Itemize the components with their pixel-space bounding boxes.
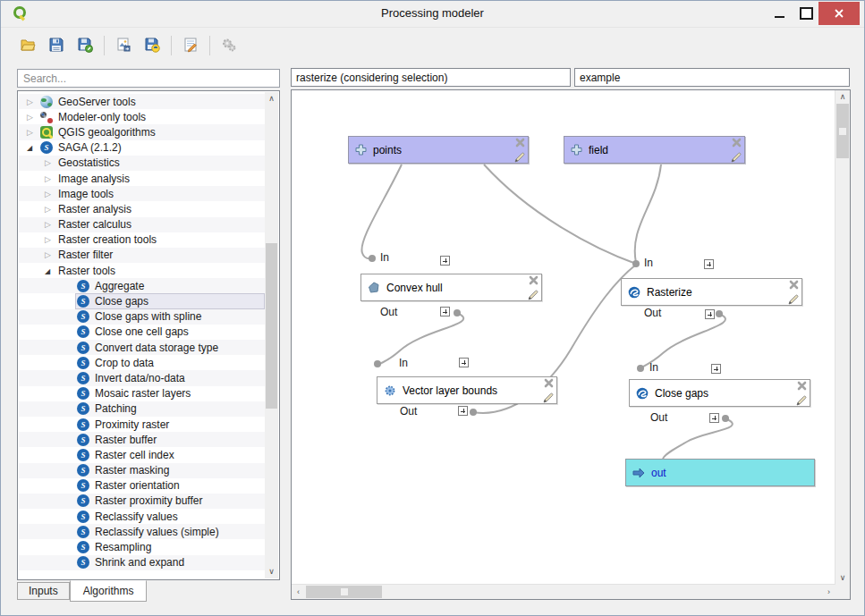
tree-item[interactable]: Close gaps with spline (19, 309, 265, 325)
delete-node-icon[interactable] (529, 275, 539, 285)
scroll-up-icon[interactable]: ∧ (835, 90, 850, 104)
tree-item-core[interactable]: Raster analysis (56, 201, 265, 216)
tree-expander-icon[interactable] (45, 174, 56, 183)
scroll-down-icon[interactable]: ∨ (265, 565, 278, 578)
tree-item-core[interactable]: Patching (75, 401, 265, 417)
tree-item[interactable]: Aggregate (19, 278, 265, 293)
expand-params-icon[interactable] (440, 256, 450, 266)
tree-item-core[interactable]: Modeler-only tools (38, 109, 265, 124)
expand-outputs-icon[interactable] (440, 307, 450, 316)
tree-item-core[interactable]: QGIS geoalgorithms (38, 124, 265, 139)
tab-inputs[interactable]: Inputs (17, 582, 70, 600)
tree-item-core[interactable]: Proximity raster (75, 417, 265, 432)
tree-item-core[interactable]: Raster calculus (56, 217, 265, 232)
tree-item[interactable]: Reclassify values (simple) (19, 524, 265, 539)
close-button[interactable] (818, 2, 860, 25)
tree-expander-icon[interactable] (45, 220, 56, 229)
algorithm-node-convex-hull[interactable]: Convex hull (360, 274, 542, 301)
delete-node-icon[interactable] (544, 378, 554, 388)
tree-item[interactable]: Shrink and expand (19, 555, 265, 570)
model-output-node-out[interactable]: out (625, 459, 815, 486)
title-bar[interactable]: Processing modeler (1, 1, 864, 28)
tree-item-core[interactable]: Raster masking (75, 463, 265, 478)
tree-expander-icon[interactable] (27, 97, 38, 106)
tree-item-core[interactable]: Mosaic raster layers (75, 386, 265, 401)
tree-expander-icon[interactable] (45, 158, 56, 167)
tab-algorithms[interactable]: Algorithms (70, 580, 148, 602)
tree-item[interactable]: Raster creation tools (19, 232, 265, 248)
edit-model-help-button[interactable] (178, 33, 203, 58)
edit-node-icon[interactable] (543, 392, 554, 403)
tree-item[interactable]: Close gaps (19, 293, 265, 308)
tree-item-core[interactable]: Reclassify values (simple) (75, 524, 265, 539)
expand-params-icon[interactable] (459, 358, 469, 367)
maximize-button[interactable] (793, 1, 819, 26)
tree-expander-icon[interactable] (27, 128, 38, 137)
tree-expander-icon[interactable] (45, 190, 56, 198)
edit-node-icon[interactable] (731, 152, 742, 163)
tree-item[interactable]: SAGA (2.1.2) (19, 140, 265, 156)
tree-item[interactable]: Reclassify values (19, 509, 265, 524)
delete-node-icon[interactable] (797, 381, 807, 391)
tree-item[interactable]: Modeler-only tools (19, 109, 265, 124)
algorithm-node-rasterize[interactable]: Rasterize (621, 278, 802, 306)
tree-item[interactable]: Convert data storage type (19, 340, 265, 355)
algorithm-node-vector-layer-bounds[interactable]: Vector layer bounds (377, 376, 557, 404)
tree-expander-icon[interactable] (45, 250, 56, 259)
tree-item-core[interactable]: Close gaps with spline (75, 309, 265, 325)
scroll-left-icon[interactable]: ‹ (292, 585, 305, 599)
scroll-up-icon[interactable]: ∧ (265, 92, 278, 105)
tree-item[interactable]: Close one cell gaps (19, 325, 265, 340)
tree-item-core[interactable]: Image analysis (56, 171, 265, 186)
canvas-vertical-scrollbar[interactable]: ∧ ∨ (835, 90, 850, 585)
tree-item[interactable]: Raster calculus (19, 217, 265, 232)
tree-item-core[interactable]: GeoServer tools (38, 94, 265, 109)
tree-expander-icon[interactable] (45, 235, 56, 244)
tree-expander-icon[interactable] (27, 143, 38, 152)
tree-item-core[interactable]: Shrink and expand (75, 555, 265, 570)
tree-item-core[interactable]: Geostatistics (56, 156, 265, 171)
expand-params-icon[interactable] (711, 364, 721, 374)
tree-item[interactable]: Raster tools (19, 263, 265, 278)
canvas-horizontal-scrollbar[interactable]: ‹ › (292, 584, 835, 599)
expand-outputs-icon[interactable] (705, 309, 715, 319)
expand-outputs-icon[interactable] (709, 413, 719, 423)
tree-item-core[interactable]: Raster cell index (75, 447, 265, 462)
tree-item[interactable]: Raster cell index (19, 447, 265, 462)
tree-item[interactable]: Resampling (19, 539, 265, 554)
tree-item-core[interactable]: Resampling (75, 539, 265, 554)
tree-item-core[interactable]: Raster proximity buffer (75, 494, 265, 509)
tree-item[interactable]: Image analysis (19, 171, 265, 186)
minimize-button[interactable] (766, 1, 793, 26)
tree-item-core[interactable]: Reclassify values (75, 509, 265, 524)
vertical-scrollbar-thumb[interactable] (836, 104, 849, 158)
export-as-image-button[interactable] (111, 33, 136, 58)
tree-item-core[interactable]: Crop to data (75, 355, 265, 370)
scroll-right-icon[interactable]: › (822, 585, 835, 599)
edit-node-icon[interactable] (796, 395, 807, 406)
tree-item[interactable]: GeoServer tools (19, 94, 265, 109)
tree-item-core[interactable]: Raster creation tools (56, 232, 265, 248)
edit-node-icon[interactable] (514, 152, 525, 163)
tree-item[interactable]: QGIS geoalgorithms (19, 124, 265, 139)
tree-item[interactable]: Geostatistics (19, 156, 265, 171)
tree-item-core[interactable]: Raster filter (56, 248, 265, 263)
model-name-input[interactable] (291, 68, 571, 87)
tree-item[interactable]: Raster buffer (19, 432, 265, 447)
tree-item-core[interactable]: SAGA (2.1.2) (38, 140, 265, 156)
horizontal-scrollbar-thumb[interactable] (306, 586, 382, 598)
model-canvas[interactable]: points field In Convex hull Out (292, 90, 835, 585)
save-model-as-button[interactable] (72, 33, 98, 58)
tree-item-core[interactable]: Raster tools (56, 263, 265, 278)
delete-node-icon[interactable] (732, 138, 742, 148)
delete-node-icon[interactable] (789, 280, 799, 290)
tree-item-core[interactable]: Close gaps (75, 293, 265, 308)
scroll-down-icon[interactable]: ∨ (835, 571, 850, 585)
tree-item-core[interactable]: Invert data/no-data (75, 370, 265, 385)
tree-item-core[interactable]: Raster orientation (75, 478, 265, 494)
expand-outputs-icon[interactable] (458, 406, 468, 416)
edit-node-icon[interactable] (528, 290, 539, 300)
edit-node-icon[interactable] (788, 294, 799, 305)
tree-item[interactable]: Invert data/no-data (19, 370, 265, 385)
tree-item-core[interactable]: Aggregate (75, 278, 265, 293)
